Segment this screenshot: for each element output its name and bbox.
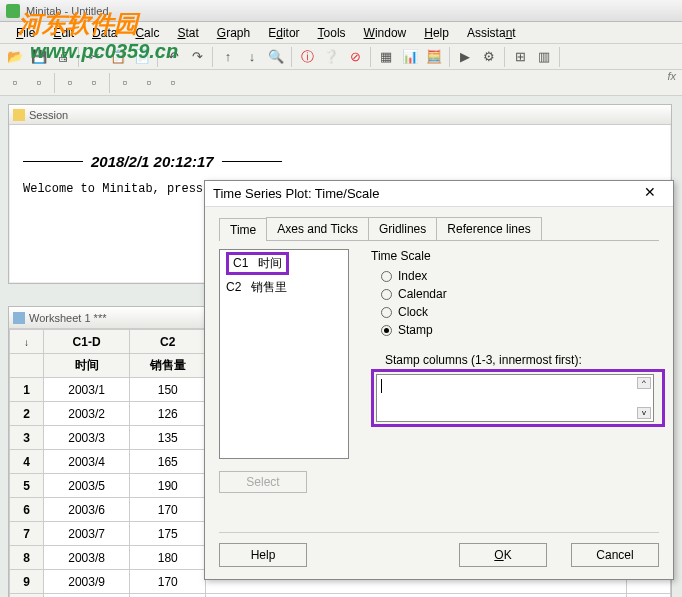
- tb2-e[interactable]: ▫: [114, 72, 136, 94]
- menu-tools[interactable]: Tools: [310, 24, 354, 42]
- menu-data[interactable]: Data: [84, 24, 125, 42]
- timescale-label: Time Scale: [371, 249, 665, 263]
- help-icon[interactable]: ❔: [320, 46, 342, 68]
- tb2-a[interactable]: ▫: [4, 72, 26, 94]
- scrollbar[interactable]: ^v: [637, 377, 651, 419]
- grid-icon[interactable]: ⊞: [509, 46, 531, 68]
- session-titlebar[interactable]: Session: [9, 105, 671, 125]
- redo-icon[interactable]: ↷: [186, 46, 208, 68]
- tb2-d[interactable]: ▫: [83, 72, 105, 94]
- cancel-icon[interactable]: ⊘: [344, 46, 366, 68]
- menu-help[interactable]: Help: [416, 24, 457, 42]
- radio-calendar[interactable]: Calendar: [371, 285, 665, 303]
- col-header-c2[interactable]: C2: [130, 330, 206, 354]
- stamp-columns-label: Stamp columns (1-3, innermost first):: [385, 353, 665, 367]
- info-icon[interactable]: ⓘ: [296, 46, 318, 68]
- arrow-down-icon[interactable]: ↓: [24, 337, 29, 348]
- fx-label[interactable]: fx: [667, 70, 676, 82]
- radio-clock[interactable]: Clock: [371, 303, 665, 321]
- select-button: Select: [219, 471, 307, 493]
- menu-edit[interactable]: Edit: [45, 24, 82, 42]
- session-timestamp: 2018/2/1 20:12:17: [83, 153, 222, 170]
- open-icon[interactable]: 📂: [4, 46, 26, 68]
- stamp-columns-input[interactable]: ^v: [376, 374, 654, 422]
- session-icon[interactable]: ▦: [375, 46, 397, 68]
- tb2-c[interactable]: ▫: [59, 72, 81, 94]
- help-button[interactable]: Help: [219, 543, 307, 567]
- layout-icon[interactable]: ▥: [533, 46, 555, 68]
- menu-assistant[interactable]: Assistant: [459, 24, 524, 42]
- menu-graph[interactable]: Graph: [209, 24, 258, 42]
- session-icon: [13, 109, 25, 121]
- table-row: 10: [10, 594, 671, 598]
- app-title: Minitab - Untitled: [26, 5, 109, 17]
- titlebar: Minitab - Untitled: [0, 0, 682, 22]
- ok-button[interactable]: OK: [459, 543, 547, 567]
- watermark-line2: www.pc0359.cn: [30, 40, 178, 63]
- list-item: C1 时间: [220, 250, 348, 277]
- divider: [222, 161, 282, 162]
- tab-time[interactable]: Time: [219, 218, 267, 241]
- tab-reference[interactable]: Reference lines: [436, 217, 541, 240]
- dialog-tabs: Time Axes and Ticks Gridlines Reference …: [219, 217, 659, 241]
- tab-gridlines[interactable]: Gridlines: [368, 217, 437, 240]
- config-icon[interactable]: ⚙: [478, 46, 500, 68]
- dialog-titlebar[interactable]: Time Series Plot: Time/Scale ✕: [205, 181, 673, 207]
- menu-stat[interactable]: Stat: [169, 24, 206, 42]
- tb2-b[interactable]: ▫: [28, 72, 50, 94]
- dialog-title: Time Series Plot: Time/Scale: [213, 186, 379, 201]
- app-icon: [6, 4, 20, 18]
- chart-icon[interactable]: 📊: [399, 46, 421, 68]
- close-icon[interactable]: ✕: [635, 184, 665, 204]
- header-sales[interactable]: 销售量: [130, 354, 206, 378]
- arrow-down-icon[interactable]: ↓: [241, 46, 263, 68]
- toolbar-2: ▫ ▫ ▫ ▫ ▫ ▫ ▫: [0, 70, 682, 96]
- time-scale-dialog: Time Series Plot: Time/Scale ✕ Time Axes…: [204, 180, 674, 580]
- col-header-c1[interactable]: C1-D: [44, 330, 130, 354]
- find-icon[interactable]: 🔍: [265, 46, 287, 68]
- play-icon[interactable]: ▶: [454, 46, 476, 68]
- session-title: Session: [29, 109, 68, 121]
- menu-editor[interactable]: Editor: [260, 24, 307, 42]
- menu-window[interactable]: Window: [356, 24, 415, 42]
- calc-icon[interactable]: 🧮: [423, 46, 445, 68]
- tab-axes[interactable]: Axes and Ticks: [266, 217, 369, 240]
- arrow-up-icon[interactable]: ↑: [217, 46, 239, 68]
- divider: [23, 161, 83, 162]
- header-time[interactable]: 时间: [44, 354, 130, 378]
- radio-index[interactable]: Index: [371, 267, 665, 285]
- cancel-button[interactable]: Cancel: [571, 543, 659, 567]
- menu-calc[interactable]: Calc: [127, 24, 167, 42]
- worksheet-icon: [13, 312, 25, 324]
- list-item: C2 销售里: [220, 277, 348, 298]
- column-listbox[interactable]: C1 时间 C2 销售里: [219, 249, 349, 459]
- tb2-f[interactable]: ▫: [138, 72, 160, 94]
- menu-file[interactable]: File: [8, 24, 43, 42]
- tb2-g[interactable]: ▫: [162, 72, 184, 94]
- worksheet-title: Worksheet 1 ***: [29, 312, 106, 324]
- radio-stamp[interactable]: Stamp: [371, 321, 665, 339]
